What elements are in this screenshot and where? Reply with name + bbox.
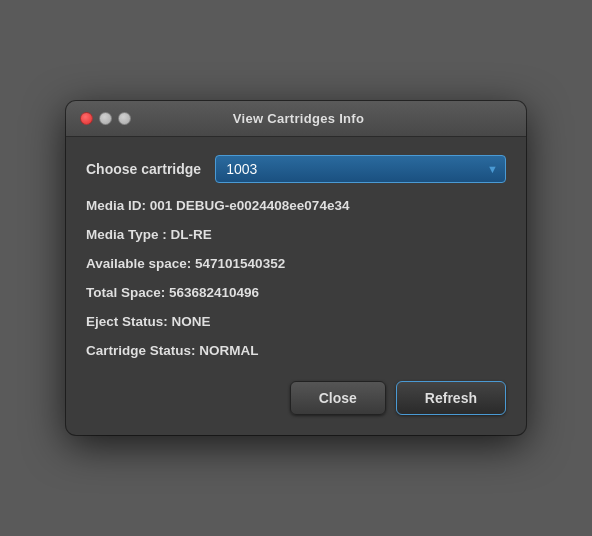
- cartridge-select[interactable]: 1003 1004 1005: [215, 155, 506, 183]
- close-window-button[interactable]: [80, 112, 93, 125]
- choose-cartridge-row: Choose cartridge 1003 1004 1005: [86, 155, 506, 183]
- title-bar: View Cartridges Info: [66, 101, 526, 137]
- window-title: View Cartridges Info: [139, 111, 458, 126]
- close-button[interactable]: Close: [290, 381, 386, 415]
- choose-cartridge-label: Choose cartridge: [86, 161, 201, 177]
- maximize-window-button[interactable]: [118, 112, 131, 125]
- refresh-button[interactable]: Refresh: [396, 381, 506, 415]
- cartridge-select-wrapper: 1003 1004 1005: [215, 155, 506, 183]
- content-area: Choose cartridge 1003 1004 1005 Media ID…: [66, 137, 526, 434]
- cartridge-status-line: Cartridge Status: NORMAL: [86, 342, 506, 361]
- minimize-window-button[interactable]: [99, 112, 112, 125]
- total-space-line: Total Space: 563682410496: [86, 284, 506, 303]
- traffic-lights: [80, 112, 131, 125]
- window: View Cartridges Info Choose cartridge 10…: [66, 101, 526, 434]
- media-id-line: Media ID: 001 DEBUG-e0024408ee074e34: [86, 197, 506, 216]
- buttons-row: Close Refresh: [86, 381, 506, 415]
- eject-status-line: Eject Status: NONE: [86, 313, 506, 332]
- available-space-line: Available space: 547101540352: [86, 255, 506, 274]
- media-type-line: Media Type : DL-RE: [86, 226, 506, 245]
